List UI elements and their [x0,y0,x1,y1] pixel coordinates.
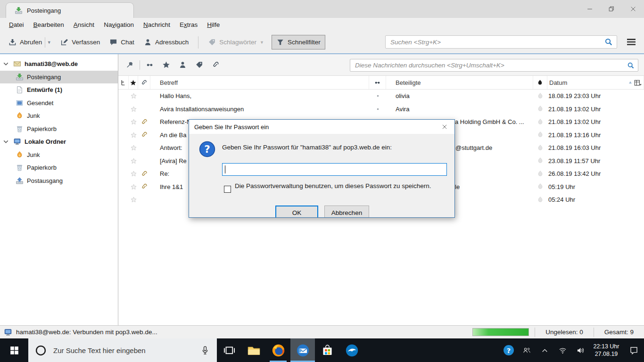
menu-item-hilfe[interactable]: Hilfe [203,19,224,30]
menu-item-datei[interactable]: Datei [5,19,28,30]
menu-item-nachricht[interactable]: Nachricht [139,19,174,30]
folder-junk[interactable]: Junk [0,109,118,123]
folder-gesendet[interactable]: Gesendet [0,97,118,110]
filter-attachment-icon[interactable] [212,61,220,69]
folder-papierkorb[interactable]: Papierkorb [0,161,118,174]
tab-posteingang[interactable]: Posteingang [6,2,134,18]
ok-button[interactable]: OK [275,206,318,218]
dialog-title: Geben Sie Ihr Passwort ein [189,120,454,134]
folder-papierkorb[interactable]: Papierkorb [0,123,118,136]
folder-junk[interactable]: Junk [0,148,118,162]
thunderbird-icon [296,344,310,357]
menu-item-extras[interactable]: Extras [175,19,202,30]
restore-button[interactable] [601,0,622,18]
quickfilter-label: Schnellfilter [288,39,321,46]
folder-label: Junk [27,151,40,158]
save-password-checkbox[interactable] [224,186,231,193]
taskbar-clock[interactable]: 22:13 Uhr 27.08.19 [589,343,623,358]
close-button[interactable] [622,0,644,18]
openoffice-icon [345,344,359,357]
search-icon[interactable] [604,38,613,46]
column-picker-icon[interactable] [634,79,642,87]
column-subject[interactable]: Betreff [150,76,369,89]
trash-icon [16,125,24,133]
folder-label: Papierkorb [27,164,57,171]
column-star[interactable] [129,76,138,89]
cancel-button[interactable]: Abbrechen [324,206,369,218]
star-outline-icon [130,106,137,113]
folder-lokale-ordner[interactable]: Lokale Ordner [0,135,118,148]
folder-label: Gesendet [27,99,53,107]
password-input[interactable] [222,163,447,176]
column-correspondents[interactable]: Beteiligte [386,76,533,89]
action-center-button[interactable] [623,338,644,362]
column-thread[interactable] [118,76,129,89]
column-watched[interactable] [369,76,386,89]
app-menu-button[interactable] [624,36,638,48]
quickfilter-toggle-button[interactable]: Schnellfilter [272,35,325,49]
dialog-close-button[interactable] [435,120,454,133]
message-row-1[interactable]: Hallo Hans,olivia18.08.19 23:03 Uhr [118,90,644,103]
compose-button[interactable]: Verfassen [56,35,105,49]
junk-icon [16,151,24,159]
date-text: 05:19 Uhr [548,183,575,190]
get-mail-button[interactable]: Abrufen [4,35,47,49]
microphone-icon[interactable] [201,346,209,355]
taskbar-app-openoffice[interactable] [339,338,364,362]
get-mail-dropdown[interactable]: ▼ [45,37,53,48]
star-outline-icon [130,170,137,177]
text-caret [225,165,225,173]
message-row-2[interactable]: Avira InstallationsanweisungenAvira21.08… [118,103,644,116]
column-junk[interactable] [533,76,547,89]
taskbar-app-store[interactable] [315,338,339,362]
tray-wifi-button[interactable] [553,338,571,362]
search-icon[interactable] [627,62,635,69]
menu-item-ansicht[interactable]: Ansicht [69,19,99,30]
menu-item-navigation[interactable]: Navigation [99,19,138,30]
folder-entwürfe-1[interactable]: Entwürfe (1) [0,83,118,97]
date-text: 21.08.19 13:02 Uhr [548,118,601,125]
sticky-pin-icon[interactable] [126,61,134,69]
folder-label: hamati38@web.de [25,60,78,67]
star-outline-icon [130,157,137,165]
star-outline-icon [130,132,137,139]
question-icon: ? [198,140,216,158]
column-date[interactable]: Datum [547,76,644,89]
minimize-button[interactable] [579,0,601,18]
trash-icon [16,164,24,172]
taskbar-app-explorer[interactable] [241,338,266,362]
addressbook-button[interactable]: Adressbuch [139,35,193,49]
save-password-label: Die Passwortverwaltung benutzen, um dies… [235,181,438,191]
taskbar-search-input[interactable] [52,346,201,355]
filter-unread-icon[interactable] [146,61,154,69]
attachment-icon [140,131,148,139]
filter-contact-icon[interactable] [179,61,187,69]
progress-bar [472,328,529,336]
chat-button[interactable]: Chat [105,35,139,49]
tags-button[interactable]: Schlagwörter ▼ [203,35,269,49]
filter-tag-icon[interactable] [195,61,203,69]
menu-item-bearbeiten[interactable]: Bearbeiten [29,19,68,30]
taskbar-app-thunderbird[interactable] [290,338,315,362]
tray-people-button[interactable] [518,338,536,362]
folder-posteingang[interactable]: Posteingang [0,71,118,84]
tray-volume-button[interactable] [571,338,589,362]
folder-pane: hamati38@web.dePosteingangEntwürfe (1)Ge… [0,54,118,325]
tray-chevron-up-button[interactable] [536,338,553,362]
message-search-input[interactable] [350,62,627,69]
connection-icon [4,328,12,337]
taskbar-app-firefox[interactable] [266,338,290,362]
correspondents-header-label: Beteiligte [396,79,421,86]
folder-hamati38-web-de[interactable]: hamati38@web.de [0,58,118,71]
tray-help-button[interactable]: ? [500,338,518,362]
start-button[interactable] [0,338,28,362]
folder-postausgang[interactable]: Postausgang [0,174,118,188]
get-mail-icon [8,38,17,46]
date-text: 21.08.19 13:16 Uhr [548,132,601,139]
column-attachment[interactable] [138,76,150,89]
filter-starred-icon[interactable] [162,61,170,69]
help-icon: ? [503,344,515,356]
global-search-input[interactable] [386,39,604,46]
junk-status-icon [537,131,544,139]
task-view-button[interactable] [217,338,241,362]
